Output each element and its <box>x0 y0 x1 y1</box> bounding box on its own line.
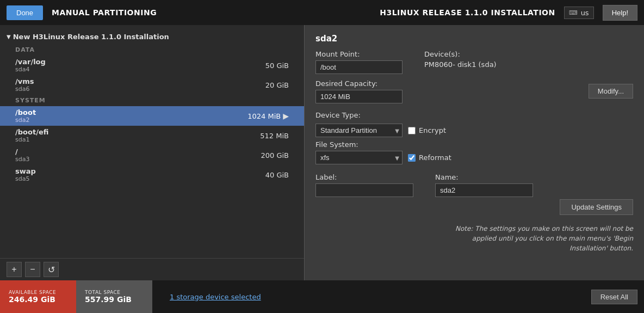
partition-dev-varlog: sda4 <box>15 66 46 73</box>
desired-capacity-input[interactable] <box>315 90 403 103</box>
note-text: Note: The settings you make on this scre… <box>448 224 633 253</box>
encrypt-checkbox[interactable] <box>408 127 416 134</box>
device-type-select-wrapper: Standard Partition LVM BTRFS ▼ <box>315 124 403 137</box>
partition-mount-root: / <box>15 148 29 156</box>
reset-all-button[interactable]: Reset All <box>591 290 637 304</box>
partition-size-swap: 40 GiB <box>265 171 289 179</box>
reformat-label: Reformat <box>419 154 451 162</box>
file-system-label: File System: <box>315 140 633 149</box>
section-data-header: DATA <box>0 44 304 56</box>
total-space-label: TOTAL SPACE <box>85 290 144 295</box>
partition-info-boot: /boot sda2 <box>15 108 36 124</box>
keyboard-icon: ⌨ <box>569 9 578 16</box>
partition-item-boot[interactable]: /boot sda2 1024 MiB ▶ <box>0 106 304 126</box>
right-panel: sda2 Mount Point: Device(s): PM8060- dis… <box>305 25 644 280</box>
main-layout: ▼ New H3Linux Release 1.1.0 Installation… <box>0 25 644 313</box>
label-name-row: Label: Name: <box>315 173 633 197</box>
partition-item-varlog[interactable]: /var/log sda4 50 GiB <box>0 56 304 75</box>
left-panel: ▼ New H3Linux Release 1.1.0 Installation… <box>0 25 305 280</box>
partition-list: ▼ New H3Linux Release 1.1.0 Installation… <box>0 25 304 258</box>
top-bar: Done MANUAL PARTITIONING H3LINUX RELEASE… <box>0 0 644 25</box>
name-input[interactable] <box>435 183 533 197</box>
file-system-row: xfs ext4 ext3 btrfs swap ▼ Reformat <box>315 151 633 164</box>
help-button[interactable]: Help! <box>603 5 637 21</box>
update-settings-button[interactable]: Update Settings <box>560 199 633 215</box>
device-type-select[interactable]: Standard Partition LVM BTRFS <box>315 124 403 137</box>
modify-button[interactable]: Modify... <box>589 84 633 99</box>
partition-size-root: 200 GiB <box>261 151 289 159</box>
done-button[interactable]: Done <box>7 5 43 20</box>
mount-point-group: Mount Point: <box>315 50 403 74</box>
desired-capacity-group: Desired Capacity: <box>315 79 403 103</box>
device-type-row: Standard Partition LVM BTRFS ▼ Encrypt <box>315 124 633 137</box>
partition-mount-varlog: /var/log <box>15 58 46 66</box>
partition-mount-vms: /vms <box>15 77 34 85</box>
device-type-label: Device Type: <box>315 111 633 119</box>
partition-size-bootefi: 512 MiB <box>260 132 289 140</box>
add-partition-button[interactable]: + <box>7 262 22 277</box>
devices-label: Device(s): <box>424 50 497 58</box>
partition-info-swap: swap sda5 <box>15 167 36 182</box>
partition-mount-swap: swap <box>15 167 36 175</box>
bottom-bar: AVAILABLE SPACE 246.49 GiB TOTAL SPACE 5… <box>0 280 644 313</box>
partition-size-varlog: 50 GiB <box>265 62 289 70</box>
partition-dev-boot: sda2 <box>15 116 36 124</box>
keyboard-value: us <box>581 9 589 17</box>
available-space-block: AVAILABLE SPACE 246.49 GiB <box>0 280 76 313</box>
label-group: Label: <box>315 173 413 197</box>
file-system-select[interactable]: xfs ext4 ext3 btrfs swap <box>315 151 403 164</box>
name-group: Name: <box>435 173 533 197</box>
tree-toggle-icon: ▼ <box>7 34 11 40</box>
partition-item-swap[interactable]: swap sda5 40 GiB <box>0 165 304 185</box>
left-toolbar: + − ↺ <box>0 258 304 280</box>
encrypt-row: Encrypt <box>408 126 446 134</box>
section-system-header: SYSTEM <box>0 95 304 106</box>
selected-arrow-icon: ▶ <box>283 112 289 120</box>
partition-info-varlog: /var/log sda4 <box>15 58 46 73</box>
reformat-row: Reformat <box>408 154 451 162</box>
file-system-select-wrapper: xfs ext4 ext3 btrfs swap ▼ <box>315 151 403 164</box>
partition-dev-swap: sda5 <box>15 175 36 182</box>
partition-info-root: / sda3 <box>15 148 29 163</box>
keyboard-selector[interactable]: ⌨ us <box>564 7 594 19</box>
top-bar-left: Done MANUAL PARTITIONING <box>7 5 157 20</box>
bottom-left-section: AVAILABLE SPACE 246.49 GiB TOTAL SPACE 5… <box>0 280 270 313</box>
partition-info-vms: /vms sda6 <box>15 77 34 93</box>
reformat-checkbox[interactable] <box>408 154 416 162</box>
mount-point-label: Mount Point: <box>315 50 403 58</box>
name-field-label: Name: <box>435 173 533 181</box>
desired-capacity-label: Desired Capacity: <box>315 79 403 88</box>
devices-group: Device(s): PM8060- disk1 (sda) <box>424 50 497 74</box>
partition-mount-boot: /boot <box>15 108 36 116</box>
mount-devices-section: Mount Point: Device(s): PM8060- disk1 (s… <box>315 50 633 74</box>
partition-mount-bootefi: /boot/efi <box>15 128 48 136</box>
content-row: ▼ New H3Linux Release 1.1.0 Installation… <box>0 25 644 280</box>
total-space-value: 557.99 GiB <box>85 295 144 304</box>
right-panel-title: sda2 <box>315 34 633 44</box>
partition-dev-bootefi: sda1 <box>15 136 48 143</box>
refresh-button[interactable]: ↺ <box>44 262 59 277</box>
encrypt-label: Encrypt <box>419 126 446 134</box>
top-bar-right: H3LINUX RELEASE 1.1.0 INSTALLATION ⌨ us … <box>380 5 637 21</box>
mount-point-input[interactable] <box>315 60 403 74</box>
available-space-value: 246.49 GiB <box>9 295 67 304</box>
tree-root-label: New H3Linux Release 1.1.0 Installation <box>13 33 169 41</box>
partition-size-vms: 20 GiB <box>265 81 289 89</box>
device-value: PM8060- disk1 (sda) <box>424 60 497 69</box>
partition-item-bootefi[interactable]: /boot/efi sda1 512 MiB <box>0 126 304 145</box>
partition-size-boot: 1024 MiB ▶ <box>247 112 289 120</box>
partition-item-vms[interactable]: /vms sda6 20 GiB <box>0 75 304 95</box>
label-field-label: Label: <box>315 173 413 181</box>
remove-partition-button[interactable]: − <box>25 262 40 277</box>
storage-device-link[interactable]: 1 storage device selected <box>170 293 261 301</box>
partition-dev-vms: sda6 <box>15 85 34 93</box>
total-space-block: TOTAL SPACE 557.99 GiB <box>76 280 152 313</box>
partition-dev-root: sda3 <box>15 156 29 163</box>
storage-info: 1 storage device selected <box>152 280 270 313</box>
label-input[interactable] <box>315 183 413 197</box>
install-title: H3LINUX RELEASE 1.1.0 INSTALLATION <box>380 8 555 17</box>
available-space-label: AVAILABLE SPACE <box>9 290 67 295</box>
partition-info-bootefi: /boot/efi sda1 <box>15 128 48 143</box>
tree-root: ▼ New H3Linux Release 1.1.0 Installation <box>0 29 304 44</box>
partition-item-root[interactable]: / sda3 200 GiB <box>0 145 304 165</box>
